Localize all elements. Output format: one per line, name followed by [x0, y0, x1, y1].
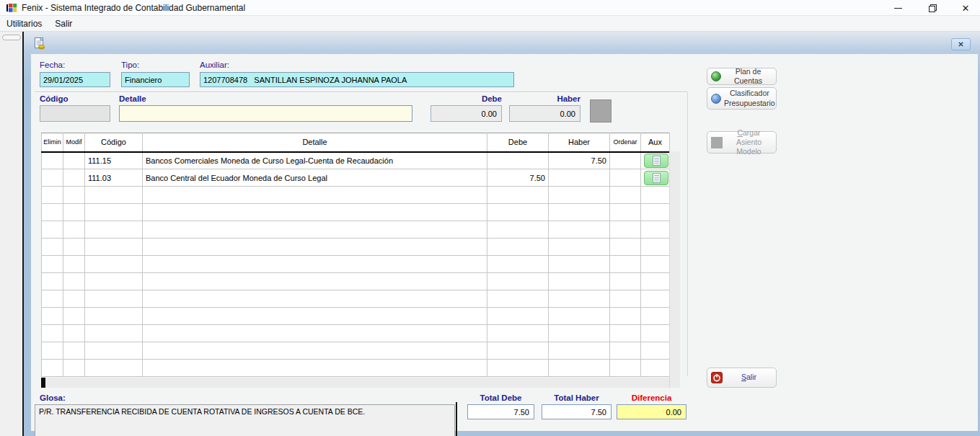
app-windows-flag-icon [6, 2, 17, 14]
close-button[interactable]: ✕ [953, 0, 978, 16]
table-vscrollbar[interactable] [669, 151, 680, 388]
clasificador-presupuestario-button[interactable]: Clasificador Presupuestario [707, 87, 777, 110]
table-row-empty[interactable] [42, 204, 670, 221]
haber-cell [549, 169, 610, 187]
total-haber-value: 7.50 [591, 408, 606, 417]
fecha-input[interactable]: 29/01/2025 [40, 72, 110, 87]
debe-input[interactable]: 0.00 [431, 105, 502, 122]
glosa-value: P/R. TRANSFERENCIA RECIBIDA DE CUENTA RO… [39, 407, 365, 416]
aux-button[interactable] [644, 154, 668, 168]
mdi-close-button[interactable]: ✕ [951, 38, 971, 50]
table-row-empty[interactable] [42, 221, 670, 239]
diferencia-value: 0.00 [666, 408, 681, 417]
debe-cell [487, 152, 549, 169]
cargar-asiento-modelo-button[interactable]: Cargar Asiento Modelo [707, 131, 777, 154]
menu-salir[interactable]: Salir [48, 17, 79, 31]
debe-label: Debe [431, 94, 502, 103]
col-detalle: Detalle [143, 133, 487, 152]
auxiliar-input[interactable]: 1207708478 SANTILLAN ESPINOZA JOHANNA PA… [200, 72, 514, 87]
aux-button[interactable] [644, 171, 668, 185]
add-entry-button[interactable] [590, 99, 612, 123]
menu-bar: Utilitarios Salir [0, 16, 980, 32]
minimize-button[interactable] [886, 0, 910, 16]
modif-cell[interactable] [63, 169, 85, 187]
auxiliar-label: Auxiliar: [200, 61, 229, 69]
gray-square-icon [711, 137, 723, 148]
haber-label: Haber [509, 94, 581, 103]
table-row[interactable]: 111.03 Banco Central del Ecuador Moneda … [42, 169, 670, 187]
entry-document-icon [33, 37, 45, 50]
debe-value: 0.00 [482, 110, 497, 118]
plan-de-cuentas-button[interactable]: Plan de Cuentas [707, 68, 777, 85]
modif-cell[interactable] [63, 152, 85, 169]
table-row-empty[interactable] [42, 187, 670, 204]
ordenar-cell[interactable] [610, 152, 641, 169]
codigo-label: Código [40, 94, 69, 103]
minimize-icon [894, 8, 902, 9]
elimin-cell[interactable] [42, 152, 63, 169]
table-hscrollbar[interactable] [41, 378, 669, 388]
vertical-separator [687, 92, 688, 376]
mdi-close-icon: ✕ [958, 40, 963, 48]
salir-label: Salir [725, 373, 772, 382]
grid-header-row: Elimin Modif Código Detalle Debe Haber O… [42, 133, 670, 152]
haber-input[interactable]: 0.00 [509, 105, 581, 122]
detalle-cell: Bancos Comerciales Moneda de Curso Legal… [143, 152, 487, 169]
table-row-empty[interactable] [42, 239, 670, 256]
table-row-empty[interactable] [42, 256, 670, 273]
total-debe-value: 7.50 [514, 408, 529, 417]
left-panel-strip [0, 32, 22, 436]
codigo-cell: 111.03 [85, 169, 143, 187]
aux-document-icon [653, 173, 661, 183]
close-icon: ✕ [962, 4, 970, 13]
menu-utilitarios[interactable]: Utilitarios [0, 17, 48, 31]
glosa-textarea[interactable]: P/R. TRANSFERENCIA RECIBIDA DE CUENTA RO… [35, 404, 455, 436]
table-row-empty[interactable] [42, 290, 670, 308]
restore-button[interactable] [920, 0, 945, 16]
plan-de-cuentas-label: Plan de Cuentas [724, 67, 772, 86]
diferencia-field: 0.00 [617, 404, 687, 419]
col-elimin: Elimin [42, 133, 63, 152]
col-modif: Modif [63, 133, 85, 152]
codigo-cell: 111.15 [85, 152, 143, 169]
diferencia-label: Diferencia [617, 393, 687, 402]
salir-button[interactable]: Salir [707, 368, 777, 388]
tipo-value: Financiero [125, 76, 162, 84]
fecha-label: Fecha: [40, 61, 65, 69]
table-row-empty[interactable] [42, 273, 670, 290]
codigo-input[interactable] [40, 105, 110, 122]
table-row-empty[interactable] [42, 342, 670, 360]
horizontal-separator [35, 92, 687, 93]
debe-cell: 7.50 [487, 169, 549, 187]
clasificador-label: Clasificador Presupuestario [724, 89, 775, 107]
tipo-label: Tipo: [121, 61, 139, 69]
splitter-grip[interactable] [2, 35, 21, 40]
table-row-empty[interactable] [42, 360, 670, 377]
cargar-asiento-label: Cargar Asiento Modelo [725, 128, 772, 156]
entries-grid: Elimin Modif Código Detalle Debe Haber O… [41, 133, 670, 377]
hscrollbar-thumb[interactable] [41, 378, 45, 388]
tipo-input[interactable]: Financiero [121, 72, 190, 87]
detalle-input[interactable] [119, 105, 412, 122]
glosa-label: Glosa: [40, 393, 66, 402]
total-haber-field: 7.50 [542, 404, 612, 419]
restore-icon [929, 4, 937, 12]
table-row-empty[interactable] [42, 308, 670, 325]
green-sphere-icon [711, 71, 721, 81]
detalle-cell: Banco Central del Ecuador Moneda de Curs… [143, 169, 487, 187]
col-ordenar: Ordenar [610, 133, 641, 152]
total-haber-label: Total Haber [542, 393, 612, 402]
aux-document-icon [653, 156, 661, 166]
col-codigo: Código [85, 133, 143, 152]
title-bar: Fenix - Sistema Integrado de Contabilida… [0, 0, 980, 16]
elimin-cell[interactable] [42, 169, 63, 187]
blue-sphere-icon [711, 94, 721, 104]
auxiliar-value: 1207708478 SANTILLAN ESPINOZA JOHANNA PA… [203, 76, 407, 84]
haber-cell: 7.50 [549, 152, 610, 169]
ordenar-cell[interactable] [610, 169, 641, 187]
footer-divider [456, 402, 457, 436]
detalle-label: Detalle [119, 94, 146, 103]
table-row-empty[interactable] [42, 325, 670, 342]
haber-value: 0.00 [560, 110, 575, 118]
table-row[interactable]: 111.15 Bancos Comerciales Moneda de Curs… [42, 152, 670, 169]
